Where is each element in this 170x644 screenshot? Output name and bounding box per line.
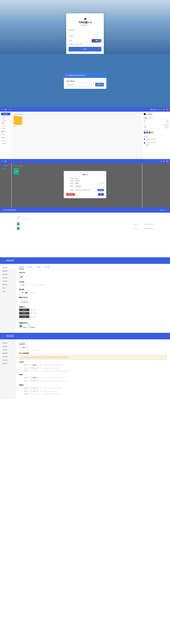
sidebar-item-other[interactable]: 📦 其他 [1, 136, 10, 138]
sidebar-item[interactable]: 安全设置 [0, 276, 16, 280]
dim-icon-button[interactable]: 图标尺寸 [19, 308, 30, 311]
file-area[interactable]: 所在位置 > 我的网盘 回收 [12, 112, 142, 159]
dim-med-button[interactable]: 中等尺寸 [19, 312, 30, 314]
user-icon[interactable]: 👤 [166, 209, 168, 211]
sidebar-item[interactable]: 其他 [0, 290, 16, 293]
quota-input[interactable]: 102400 [30, 364, 39, 366]
bell-icon[interactable]: 🔔 [163, 109, 165, 110]
window-mode-button[interactable]: 只显示地址栏打开 [19, 300, 30, 304]
sidebar-item[interactable]: 基本设置 [0, 341, 16, 345]
login-title: 飞鸟云盘(•ᴗ•) [69, 21, 102, 24]
breadcrumb[interactable]: 所在位置 > 我的网盘 [14, 114, 140, 115]
perm-label: 访问权限 公开 [144, 130, 168, 131]
grid-icon[interactable]: ⊞ [161, 160, 162, 162]
folder-icon [14, 116, 22, 125]
gen-mode-lazy[interactable]: 延迟模式 [28, 324, 35, 328]
filesize-input[interactable]: 0 [30, 367, 39, 369]
captcha-image[interactable]: B6 [92, 39, 102, 42]
tab-history[interactable]: 历史版本 [149, 116, 152, 119]
tab-general[interactable]: 常规信息 [144, 116, 148, 119]
close-modal-button[interactable]: 关闭 [98, 193, 104, 196]
platform-name-input[interactable] [19, 284, 34, 286]
captcha-input[interactable] [69, 39, 91, 42]
quota-input[interactable]: 102400 [30, 376, 39, 379]
upload-icon[interactable]: ↑ [158, 209, 159, 211]
sidebar-item[interactable]: 登陆设置 [0, 269, 16, 272]
extract-password-input[interactable] [66, 83, 92, 86]
register-links[interactable]: 测试注册暂停 忘记密码 立即注册 [69, 44, 102, 45]
sidebar-item[interactable]: 登陆设置 [0, 345, 16, 348]
share-extract-section: Z zx131313 给您加密分享了文件 请输入提取密码: 👁 提取文件 [0, 54, 170, 107]
eye-icon[interactable]: 👁 [93, 83, 94, 86]
home-icon[interactable]: ⌂ [156, 209, 157, 211]
password-input[interactable] [69, 34, 102, 38]
extract-button[interactable]: 提取文件 [95, 83, 104, 86]
sidebar-item-images[interactable]: 🖼 图片 [1, 122, 10, 124]
share-link[interactable]: https://pan.ku27.cc/cloud/drive/shareIte… [75, 189, 96, 191]
share-date-input[interactable] [75, 185, 104, 188]
sidebar-item[interactable]: 文件预览 [0, 358, 16, 362]
gen-mode-instant[interactable]: 立即模式 [19, 324, 26, 328]
avatar[interactable] [166, 108, 168, 111]
menu-icon[interactable]: ☰ [2, 160, 2, 162]
perm-badge[interactable] [146, 132, 148, 134]
share-username: zx131313 [69, 74, 74, 76]
share-head-text: 给您加密分享了文件 [74, 74, 85, 76]
breadcrumb[interactable]: 全部文件 > [17, 216, 153, 218]
sidebar-item[interactable]: 存储/上传 [0, 362, 16, 365]
folder-item[interactable]: 回收 [14, 116, 140, 127]
copy-link-button[interactable]: 复制链接 [98, 189, 104, 191]
default-desktop-select[interactable]: 网盘 [19, 291, 28, 294]
perm-badge[interactable] [149, 132, 150, 134]
sidebar-item-basic[interactable]: 基本设置 [0, 266, 16, 269]
new-file-button[interactable]: 新建文件 [1, 113, 10, 115]
sidebar-item[interactable]: 通知设置 [0, 272, 16, 276]
sidebar-item-video[interactable]: 🎬 视频 [1, 130, 10, 133]
sidebar-item[interactable]: 存储/上传 [0, 283, 16, 286]
sidebar-item[interactable]: 第三方 [0, 286, 16, 290]
grid-icon[interactable]: ⊞ [160, 209, 162, 211]
grid-icon[interactable]: ⊞ [158, 109, 159, 110]
filesize-input[interactable]: 0 [30, 390, 39, 392]
perm-badge[interactable] [151, 132, 153, 134]
sidebar-item-music[interactable]: 🎵 音乐 [1, 128, 10, 130]
logo-upload[interactable]: ☁ [19, 274, 24, 279]
tab-general[interactable]: 通用设置 [19, 266, 24, 269]
sidebar-item-all[interactable]: 全部文件 [1, 116, 10, 118]
username-input[interactable] [69, 28, 102, 32]
sidebar-item-subdrive[interactable]: subdrive [1, 119, 10, 121]
sidebar-item[interactable]: 通知设置 [0, 352, 16, 355]
sidebar-item[interactable]: 文件预览 [0, 280, 16, 283]
tab-category[interactable]: 分类 [9, 109, 11, 110]
back-icon[interactable]: ‹ [4, 260, 4, 262]
login-button[interactable]: 登 录 [69, 47, 102, 52]
tab-logo[interactable]: LOGO设置 [44, 266, 50, 269]
sidebar-item-trash[interactable]: 🗑 回收站 [1, 139, 10, 142]
quota-input[interactable]: 0 [30, 387, 39, 389]
sidebar-item-space[interactable]: 空间设置 [0, 348, 16, 352]
sidebar-item-docs[interactable]: 📄 文档 [1, 125, 10, 127]
sidebar-item-torrent[interactable]: 🔗 种子 [1, 134, 10, 136]
back-icon[interactable]: ‹ [4, 335, 4, 337]
filetype-input[interactable] [30, 370, 39, 372]
tab-wallpaper[interactable]: 壁纸设置 [28, 266, 32, 269]
perm-badge[interactable] [144, 132, 146, 134]
brand-label: 网盘 [4, 109, 7, 110]
delete-share-button[interactable]: 删除该分享 [66, 193, 75, 196]
zip-file-icon: .ZIP [14, 168, 19, 175]
list-icon[interactable]: ☰ [163, 209, 164, 211]
bell-icon[interactable]: 🔔 [163, 160, 165, 162]
tab-upload[interactable]: 上传设置 [36, 266, 40, 269]
settings-icon[interactable]: ⚙ [161, 109, 162, 110]
list-item[interactable]: 0.00 b 2020-12-19 04:53:45 [17, 226, 153, 230]
menu-icon[interactable]: ☰ [2, 109, 2, 110]
sidebar-item-share[interactable]: ↗ 我的分享 [1, 142, 10, 144]
tab-site-space[interactable]: 站点空间设置 [19, 342, 25, 344]
list-item[interactable]: 0.00 b 2020-07-28 22:27:05 [17, 222, 153, 226]
dim-large-button[interactable]: 大尺寸 [19, 315, 30, 318]
site-space-input[interactable]: 3024 [19, 346, 29, 348]
filetype-input[interactable] [30, 394, 39, 394]
filesize-input[interactable]: 0 [30, 380, 39, 382]
sidebar-item[interactable]: 安全设置 [0, 355, 16, 358]
avatar[interactable] [166, 160, 168, 162]
